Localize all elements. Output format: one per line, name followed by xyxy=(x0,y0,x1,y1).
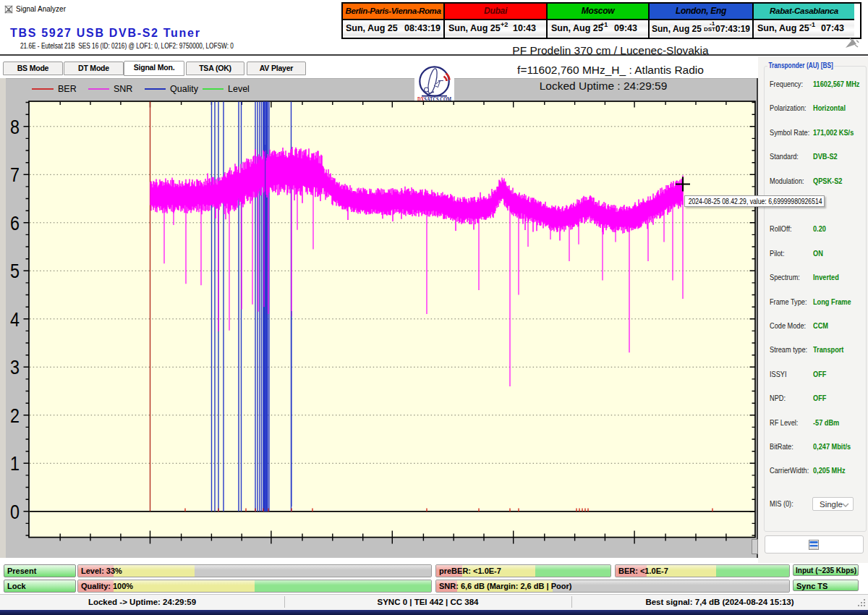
svg-text:0: 0 xyxy=(10,501,20,523)
svg-text:5: 5 xyxy=(10,260,20,282)
svg-text:8: 8 xyxy=(10,116,20,138)
svg-text:6: 6 xyxy=(10,213,20,234)
svg-text:4: 4 xyxy=(10,309,20,331)
svg-text:3: 3 xyxy=(10,357,20,378)
svg-text:7: 7 xyxy=(10,164,20,186)
svg-text:1: 1 xyxy=(10,453,20,475)
svg-text:2: 2 xyxy=(10,405,20,427)
